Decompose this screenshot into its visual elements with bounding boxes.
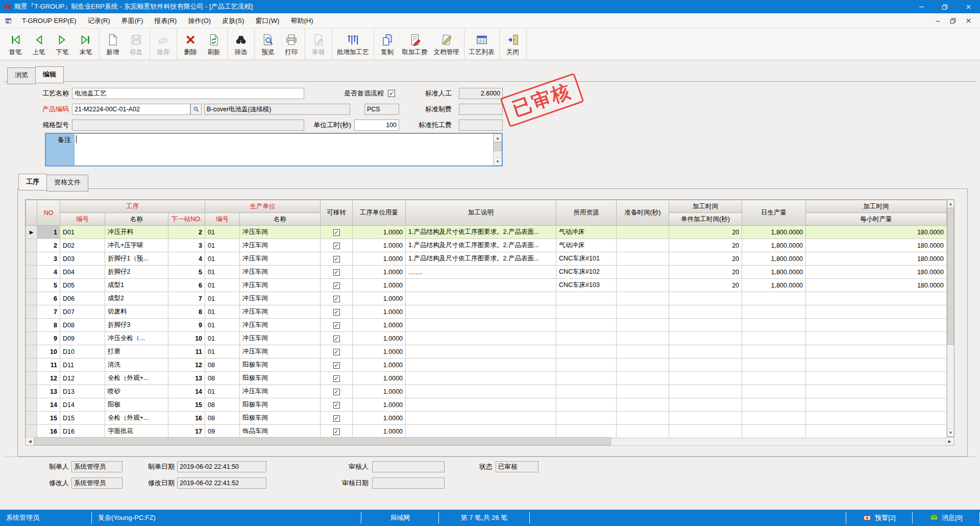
col-header-instructions[interactable]: 加工说明 (406, 200, 556, 226)
grid-cell[interactable] (669, 305, 742, 319)
grid-cell[interactable]: D10 (60, 345, 105, 358)
grid-cell[interactable]: 冲压车间 (240, 226, 321, 239)
grid-cell[interactable]: 全检（外观+... (105, 412, 168, 425)
grid-cell[interactable]: 180.0000 (806, 252, 947, 266)
grid-cell[interactable]: 01 (205, 305, 240, 319)
grid-cell[interactable]: 1.0000 (353, 319, 406, 332)
grid-cell[interactable] (321, 292, 353, 305)
grid-cell[interactable]: 冲压车间 (240, 279, 321, 292)
col-header-no[interactable]: NO (37, 200, 60, 226)
toolbar-button-nav-last[interactable]: 末笔 (74, 29, 97, 60)
grid-cell[interactable] (806, 292, 947, 305)
grid-cell[interactable]: 4 (37, 266, 60, 279)
product-code-input[interactable] (72, 104, 190, 115)
grid-cell[interactable] (26, 252, 37, 266)
grid-cell[interactable]: 1.0000 (353, 252, 406, 266)
grid-cell[interactable]: 3 (168, 239, 205, 252)
grid-cell[interactable]: 15 (168, 398, 205, 412)
grid-row[interactable]: 6D06成型2701冲压车间1.0000 (26, 292, 947, 305)
grid-cell[interactable] (742, 319, 806, 332)
movable-checkbox[interactable] (333, 375, 340, 382)
col-group-production-unit[interactable]: 生产单位 (205, 200, 321, 213)
scroll-down-icon[interactable]: ▼ (947, 428, 954, 437)
menu-item-7[interactable]: 帮助(H) (285, 15, 318, 27)
toolbar-button-preview[interactable]: 预览 (256, 29, 280, 60)
toolbar-button-fee-edit[interactable]: 取加工费 (399, 29, 431, 60)
grid-cell[interactable]: 冲压车间 (240, 252, 321, 266)
col-group-proc-time-2[interactable]: 加工时间 (806, 200, 947, 213)
grid-cell[interactable]: 7 (168, 292, 205, 305)
movable-checkbox[interactable] (333, 428, 340, 435)
grid-cell[interactable] (806, 358, 947, 372)
grid-cell[interactable]: 20 (669, 226, 742, 239)
grid-cell[interactable] (406, 345, 556, 358)
preferred-flow-checkbox[interactable] (388, 90, 395, 97)
grid-cell[interactable] (26, 305, 37, 319)
movable-checkbox[interactable] (333, 269, 340, 276)
grid-cell[interactable] (669, 385, 742, 398)
grid-cell[interactable]: 冲压全检（... (105, 332, 168, 345)
grid-cell[interactable] (556, 358, 617, 372)
grid-cell[interactable] (742, 398, 806, 412)
grid-cell[interactable] (617, 385, 669, 398)
grid-cell[interactable]: 1.0000 (353, 358, 406, 372)
grid-cell[interactable] (26, 425, 37, 438)
grid-cell[interactable]: 16 (168, 412, 205, 425)
movable-checkbox[interactable] (333, 243, 340, 249)
scroll-up-icon[interactable]: ▲ (494, 134, 502, 142)
grid-cell[interactable] (669, 398, 742, 412)
grid-cell[interactable]: 20 (669, 239, 742, 252)
grid-cell[interactable]: 08 (205, 398, 240, 412)
grid-cell[interactable]: 切废料 (105, 305, 168, 319)
movable-checkbox[interactable] (333, 402, 340, 409)
movable-checkbox[interactable] (333, 336, 340, 342)
grid-cell[interactable] (617, 372, 669, 385)
grid-cell[interactable] (321, 345, 353, 358)
grid-cell[interactable]: 字面批花 (105, 425, 168, 438)
scroll-thumb[interactable] (947, 208, 954, 345)
grid-cell[interactable] (321, 398, 353, 412)
grid-cell[interactable] (669, 372, 742, 385)
grid-cell[interactable]: 01 (205, 319, 240, 332)
grid-cell[interactable]: ........ (406, 266, 556, 279)
grid-cell[interactable] (556, 305, 617, 319)
grid-cell[interactable] (806, 385, 947, 398)
grid-cell[interactable]: 冲压开料 (105, 226, 168, 239)
movable-checkbox[interactable] (333, 309, 340, 316)
grid-cell[interactable] (617, 279, 669, 292)
grid-cell[interactable]: D09 (60, 332, 105, 345)
grid-cell[interactable] (26, 345, 37, 358)
grid-cell[interactable]: 01 (205, 332, 240, 345)
grid-cell[interactable] (806, 345, 947, 358)
grid-cell[interactable]: 1.0000 (353, 332, 406, 345)
product-lookup-button[interactable] (190, 104, 202, 115)
grid-cell[interactable]: 11 (168, 345, 205, 358)
grid-cell[interactable] (617, 358, 669, 372)
grid-cell[interactable] (742, 372, 806, 385)
grid-cell[interactable] (556, 398, 617, 412)
grid-cell[interactable] (556, 372, 617, 385)
col-header-process-name[interactable]: 名称 (105, 213, 168, 226)
toolbar-button-refresh[interactable]: 刷新 (202, 29, 226, 60)
menu-item-4[interactable]: 操作(O) (182, 15, 216, 27)
grid-row[interactable]: 5D05成型1601冲压车间1.0000CNC车床#103201,800.000… (26, 279, 947, 292)
grid-row[interactable]: 13D13喷砂1401冲压车间1.0000 (26, 385, 947, 398)
toolbar-button-close-door[interactable]: 关闭 (501, 29, 525, 60)
grid-cell[interactable]: D12 (60, 372, 105, 385)
grid-cell[interactable]: D13 (60, 385, 105, 398)
movable-checkbox[interactable] (333, 256, 340, 262)
grid-cell[interactable] (406, 385, 556, 398)
toolbar-button-process-list[interactable]: 工艺列表 (466, 29, 498, 60)
grid-cell[interactable]: 饰品车间 (240, 425, 321, 438)
grid-cell[interactable] (617, 266, 669, 279)
grid-cell[interactable]: 180.0000 (806, 226, 947, 239)
grid-cell[interactable] (321, 252, 353, 266)
grid-cell[interactable]: 9 (37, 332, 60, 345)
grid-cell[interactable]: 12 (168, 358, 205, 372)
col-header-movable[interactable]: 可移转 (321, 200, 353, 226)
col-header-unit-code[interactable]: 编号 (205, 213, 240, 226)
grid-cell[interactable]: 180.0000 (806, 279, 947, 292)
grid-cell[interactable] (617, 305, 669, 319)
grid-cell[interactable] (26, 358, 37, 372)
scroll-right-icon[interactable]: ▶ (945, 437, 954, 445)
